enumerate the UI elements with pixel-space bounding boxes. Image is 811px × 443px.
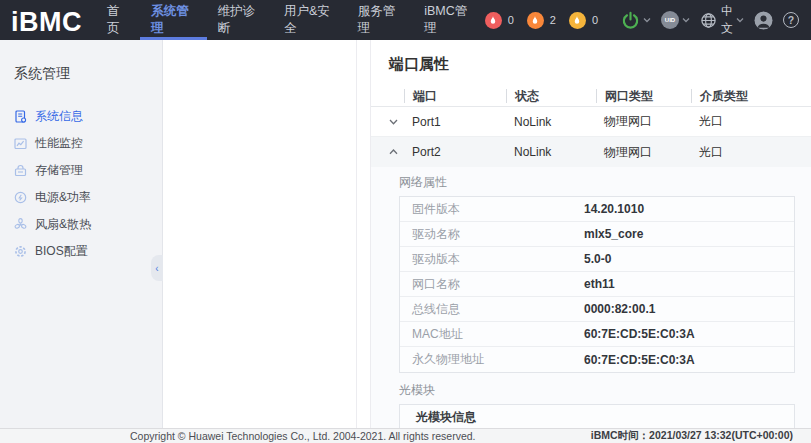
property-key: 固件版本: [400, 201, 584, 218]
sidebar-item-power-wattage[interactable]: 电源&功率: [0, 184, 162, 211]
minor-alarm-count: 0: [592, 14, 598, 26]
sidebar-item-performance-monitor[interactable]: 性能监控: [0, 130, 162, 157]
port2-detail-section: 网络属性 固件版本 14.20.1010 驱动名称 mlx5_core 驱动版本…: [371, 167, 811, 428]
critical-alarm-count: 0: [508, 14, 514, 26]
property-value: 60:7E:CD:5E:C0:3A: [584, 327, 794, 341]
nav-maintenance-diagnosis[interactable]: 维护诊断: [207, 0, 273, 40]
sidebar-item-bios-config[interactable]: BIOS配置: [0, 238, 162, 265]
power-control-menu[interactable]: [621, 11, 651, 30]
property-key: 总线信息: [400, 301, 584, 318]
property-value: eth11: [584, 277, 794, 291]
sidebar-menu: 系统信息 性能监控 存储管理 电源&功率: [0, 103, 162, 265]
minor-alarm-indicator[interactable]: 0: [569, 12, 598, 29]
minor-alarm-flame-icon: [569, 12, 586, 29]
globe-icon: [700, 12, 717, 29]
fan-icon: [14, 218, 27, 231]
uid-icon: UID: [661, 11, 679, 29]
property-value: 14.20.1010: [584, 202, 794, 216]
property-value: 0000:82:00.1: [584, 302, 794, 316]
footer-bar: Copyright © Huawei Technologies Co., Ltd…: [0, 428, 811, 443]
storage-icon: [14, 164, 27, 177]
table-row-port1[interactable]: Port1 NoLink 物理网口 光口: [371, 107, 811, 137]
nav-home[interactable]: 首页: [96, 0, 140, 40]
sidebar-item-fan-cooling[interactable]: 风扇&散热: [0, 211, 162, 238]
port-properties-panel: 端口属性 端口 状态 网口类型 介质类型 Port1 NoLink 物理网口 光…: [370, 40, 811, 428]
port-name: Port1: [404, 115, 506, 129]
nav-service-management[interactable]: 服务管理: [347, 0, 413, 40]
major-alarm-indicator[interactable]: 2: [527, 12, 556, 29]
major-alarm-flame-icon: [527, 12, 544, 29]
collapse-chevron-up-icon[interactable]: [371, 149, 404, 155]
port-type: 物理网口: [596, 144, 691, 161]
network-properties-title: 网络属性: [399, 174, 795, 190]
language-label: 中文: [721, 3, 733, 37]
help-button[interactable]: ?: [783, 12, 799, 28]
copyright-text: Copyright © Huawei Technologies Co., Ltd…: [130, 430, 476, 442]
property-key: 驱动版本: [400, 251, 584, 268]
property-key: 驱动名称: [400, 226, 584, 243]
nav-user-security[interactable]: 用户&安全: [273, 0, 347, 40]
port-name: Port2: [404, 145, 506, 159]
document-icon: [14, 110, 27, 123]
optical-module-title: 光模块: [399, 382, 795, 398]
optical-module-table: 光模块信息 厂商 WTD 序列号 HN205200110043: [399, 404, 795, 428]
table-row: 永久物理地址 60:7E:CD:5E:C0:3A: [400, 347, 794, 372]
major-alarm-count: 2: [550, 14, 556, 26]
column-header-status: 状态: [506, 89, 596, 103]
property-value: 60:7E:CD:5E:C0:3A: [584, 353, 794, 367]
sidebar-item-label: 性能监控: [35, 135, 83, 152]
table-row: MAC地址 60:7E:CD:5E:C0:3A: [400, 322, 794, 347]
sidebar-item-label: 系统信息: [35, 108, 83, 125]
optical-module-info-header: 光模块信息: [400, 405, 794, 428]
sidebar-collapse-button[interactable]: ‹: [151, 255, 163, 281]
table-row: 驱动名称 mlx5_core: [400, 222, 794, 247]
chevron-down-icon: [736, 17, 744, 23]
port-media: 光口: [691, 144, 811, 161]
page-title: 端口属性: [371, 40, 811, 85]
top-navbar: iBMC 首页 系统管理 维护诊断 用户&安全 服务管理 iBMC管理 0 2: [0, 0, 811, 40]
ibmc-time-value: 2021/03/27 13:32(UTC+00:00): [649, 429, 793, 441]
chevron-down-icon: [643, 17, 651, 23]
table-row: 总线信息 0000:82:00.1: [400, 297, 794, 322]
sidebar-item-label: 存储管理: [35, 162, 83, 179]
port-table: 端口 状态 网口类型 介质类型 Port1 NoLink 物理网口 光口 Por…: [371, 85, 811, 167]
port-type: 物理网口: [596, 113, 691, 130]
header-right-cluster: 0 2 0: [485, 0, 811, 40]
ibmc-time: iBMC时间：2021/03/27 13:32(UTC+00:00): [591, 429, 793, 443]
language-selector[interactable]: 中文: [700, 3, 744, 37]
table-row: 网口名称 eth11: [400, 272, 794, 297]
chevron-left-icon: ‹: [155, 263, 158, 274]
column-header-port-type: 网口类型: [596, 89, 691, 103]
power-meter-icon: [14, 191, 27, 204]
port-table-header: 端口 状态 网口类型 介质类型: [371, 85, 811, 107]
user-account-menu[interactable]: [754, 11, 773, 30]
critical-alarm-flame-icon: [485, 12, 502, 29]
property-value: 5.0-0: [584, 252, 794, 266]
property-value: mlx5_core: [584, 227, 794, 241]
sidebar-item-label: 电源&功率: [35, 189, 91, 206]
column-header-media-type: 介质类型: [691, 89, 811, 103]
property-key: MAC地址: [400, 326, 584, 343]
sidebar: 系统管理 系统信息 性能监控 存储管理: [0, 40, 163, 428]
nav-ibmc-management[interactable]: iBMC管理: [413, 0, 484, 40]
sidebar-item-storage-management[interactable]: 存储管理: [0, 157, 162, 184]
secondary-panel: [163, 40, 357, 428]
power-icon: [621, 11, 640, 30]
critical-alarm-indicator[interactable]: 0: [485, 12, 514, 29]
sidebar-item-label: BIOS配置: [35, 243, 88, 260]
chevron-down-icon: [682, 17, 690, 23]
main-nav: 首页 系统管理 维护诊断 用户&安全 服务管理 iBMC管理: [96, 0, 485, 40]
ibmc-time-label: iBMC时间：: [591, 429, 649, 441]
port-media: 光口: [691, 113, 811, 130]
uid-indicator-menu[interactable]: UID: [661, 11, 690, 29]
line-chart-icon: [14, 137, 27, 150]
sidebar-item-label: 风扇&散热: [35, 216, 91, 233]
table-row-port2[interactable]: Port2 NoLink 物理网口 光口: [371, 137, 811, 167]
gear-icon: [14, 245, 27, 258]
port-status: NoLink: [506, 115, 596, 129]
sidebar-item-system-info[interactable]: 系统信息: [0, 103, 162, 130]
expand-chevron-down-icon[interactable]: [371, 119, 404, 125]
nav-system-management[interactable]: 系统管理: [140, 0, 206, 40]
table-row: 驱动版本 5.0-0: [400, 247, 794, 272]
ibmc-page: iBMC 首页 系统管理 维护诊断 用户&安全 服务管理 iBMC管理 0 2: [0, 0, 811, 443]
